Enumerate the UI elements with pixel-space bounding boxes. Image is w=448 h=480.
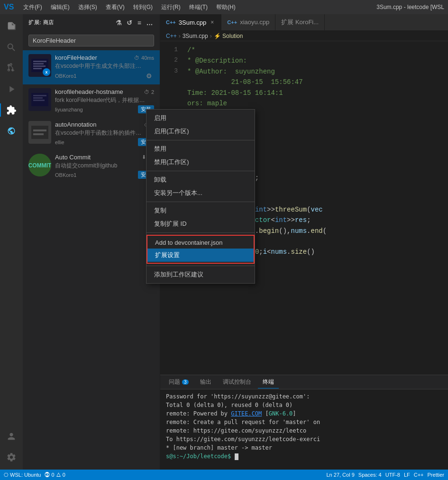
extension-thumb-auto xyxy=(28,121,51,144)
extension-author: OBKoro1 xyxy=(55,172,76,178)
tab-terminal[interactable]: 终端 xyxy=(258,376,279,388)
extension-thumb-koro2 xyxy=(28,88,51,111)
menu-run[interactable]: 运行(R) xyxy=(157,2,184,12)
tab-koro-ext[interactable]: 扩展 KoroFi... xyxy=(275,14,325,30)
context-menu-item-uninstall[interactable]: 卸载 xyxy=(146,173,255,186)
terminal-line-6: To https://gitee.com/suyunzzz/leetcode-e… xyxy=(166,435,442,443)
svg-rect-11 xyxy=(33,133,44,135)
extension-item-koro-file-header[interactable]: x koroFileHeader ⏱ 40ms 在vscode中用于生成文件头部… xyxy=(23,50,160,84)
status-indent[interactable]: Spaces: 4 xyxy=(358,472,382,478)
breadcrumb-file[interactable]: 3Sum.cpp xyxy=(183,33,208,39)
status-language[interactable]: C++ xyxy=(414,472,424,478)
sidebar-title: 扩展: 商店 xyxy=(28,19,54,26)
activity-bar-bottom xyxy=(3,428,20,466)
terminal-line-3: remote: Powered by GITEE.COM [GNK-6.0] xyxy=(166,409,442,418)
tab-output[interactable]: 输出 xyxy=(195,376,216,388)
tab-label: 3Sum.cpp xyxy=(179,19,207,26)
tab-problems[interactable]: 问题 3 xyxy=(164,376,193,388)
activity-bar xyxy=(0,14,23,470)
tab-xiaoyu[interactable]: C++ xiaoyu.cpp xyxy=(221,14,275,30)
extension-thumb-commit: COMMIT xyxy=(28,154,51,176)
context-menu-item-enable-workspace[interactable]: 启用(工作区) xyxy=(146,125,255,138)
svg-rect-6 xyxy=(33,95,46,96)
status-remote[interactable]: ⎔ WSL: Ubuntu xyxy=(4,472,41,478)
svg-text:COMMIT: COMMIT xyxy=(28,162,51,169)
status-formatter[interactable]: Prettier xyxy=(428,472,444,478)
tab-debug-console[interactable]: 调试控制台 xyxy=(218,376,256,388)
context-menu-item-disable[interactable]: 禁用 xyxy=(146,142,255,156)
svg-rect-7 xyxy=(33,97,43,99)
terminal-line-4: remote: Create a pull request for 'maste… xyxy=(166,418,442,426)
status-eol[interactable]: LF xyxy=(404,472,410,478)
main-layout: 扩展: 商店 ⚗ ↺ ≡ … xyxy=(0,14,448,470)
more-actions-icon[interactable]: … xyxy=(146,18,155,28)
extension-search-input[interactable] xyxy=(28,35,154,46)
context-menu-item-copy[interactable]: 复制 xyxy=(146,204,255,217)
menu-file[interactable]: 文件(F) xyxy=(19,2,46,12)
breadcrumb-lang: C++ xyxy=(166,33,177,39)
svg-rect-8 xyxy=(33,100,45,101)
title-bar-left: VS 文件(F) 编辑(E) 选择(S) 查看(V) 转到(G) 运行(R) 终… xyxy=(4,2,239,12)
extension-item-koro-hostname[interactable]: korofileheader-hostname ⏱ 2 fork koroFil… xyxy=(23,84,160,117)
more-views-icon[interactable]: ≡ xyxy=(137,18,143,28)
menu-terminal[interactable]: 终端(T) xyxy=(185,2,211,12)
context-menu-item-copy-id[interactable]: 复制扩展 ID xyxy=(146,217,255,231)
sidebar-header-actions: ⚗ ↺ ≡ … xyxy=(115,18,154,28)
extension-name: korofileheader-hostname xyxy=(55,88,123,95)
filter-icon[interactable]: ⚗ xyxy=(115,18,123,28)
code-line-5: Time: 2021-08-15 16:14:1 xyxy=(187,88,448,98)
svg-rect-2 xyxy=(33,63,44,65)
accounts-icon[interactable] xyxy=(3,428,20,445)
menu-select[interactable]: 选择(S) xyxy=(74,2,101,12)
terminal-cursor xyxy=(235,453,238,460)
menu-help[interactable]: 帮助(H) xyxy=(212,2,239,12)
menu-edit[interactable]: 编辑(E) xyxy=(47,2,73,12)
code-line-4: 21-08-15 15:56:47 xyxy=(187,77,448,87)
context-menu-separator-3 xyxy=(146,202,255,202)
context-menu-item-add-workspace[interactable]: 添加到工作区建议 xyxy=(146,268,255,281)
gitee-link[interactable]: GITEE.COM xyxy=(231,410,262,417)
extension-info-hostname: korofileheader-hostname ⏱ 2 fork koroFil… xyxy=(55,88,154,113)
context-menu-item-ext-settings[interactable]: 扩展设置 xyxy=(147,249,254,262)
remote-icon[interactable] xyxy=(3,122,20,139)
tab-label-3: 扩展 KoroFi... xyxy=(281,18,319,27)
breadcrumb-sep-1: › xyxy=(179,33,181,39)
context-menu-separator-2 xyxy=(146,171,255,171)
svg-rect-3 xyxy=(33,65,46,67)
run-debug-icon[interactable] xyxy=(3,81,20,98)
search-activity-icon[interactable] xyxy=(3,39,20,56)
status-encoding[interactable]: UTF-8 xyxy=(385,472,400,478)
extension-info-auto: autoAnnotation ⏱ 0 在vscode中用于函数注释的插件！目前仅… xyxy=(55,121,154,146)
context-menu-item-add-devcontainer[interactable]: Add to devcontainer.json xyxy=(147,237,254,249)
status-errors[interactable]: ⓷ 0 △ 0 xyxy=(45,472,65,478)
refresh-icon[interactable]: ↺ xyxy=(126,18,134,28)
line-num: 2 xyxy=(160,55,178,66)
status-bar-right: Ln 27, Col 9 Spaces: 4 UTF-8 LF C++ Pret… xyxy=(326,472,444,478)
line-num: 3 xyxy=(160,66,178,77)
context-menu-item-enable[interactable]: 启用 xyxy=(146,111,255,125)
terminal-prompt-line: s@s:~/Job/leetcode$ xyxy=(166,452,442,461)
menu-bar: 文件(F) 编辑(E) 选择(S) 查看(V) 转到(G) 运行(R) 终端(T… xyxy=(19,2,239,12)
tab-3sum[interactable]: C++ 3Sum.cpp × xyxy=(160,14,221,30)
extension-name: Auto Commit xyxy=(55,154,91,161)
tab-close-icon[interactable]: × xyxy=(209,18,215,26)
menu-view[interactable]: 查看(V) xyxy=(102,2,128,12)
source-control-icon[interactable] xyxy=(3,60,20,77)
extension-author: OBKoro1 xyxy=(55,73,76,79)
extension-item-auto-annotation[interactable]: autoAnnotation ⏱ 0 在vscode中用于函数注释的插件！目前仅… xyxy=(23,117,160,150)
extension-settings-gear-icon[interactable]: ⚙ xyxy=(144,71,154,81)
status-position[interactable]: Ln 27, Col 9 xyxy=(326,472,354,478)
svg-rect-9 xyxy=(31,126,48,139)
extensions-activity-icon[interactable] xyxy=(3,102,20,119)
files-icon[interactable] xyxy=(3,18,20,35)
menu-goto[interactable]: 转到(G) xyxy=(129,2,156,12)
extension-author: ellie xyxy=(55,139,64,145)
context-menu-item-install-another[interactable]: 安装另一个版本... xyxy=(146,186,255,200)
context-menu-item-disable-workspace[interactable]: 禁用(工作区) xyxy=(146,156,255,169)
breadcrumb-symbol[interactable]: ⚡ Solution xyxy=(214,33,243,39)
terminal-tabs-bar: 问题 3 输出 调试控制台 终端 xyxy=(160,375,448,389)
terminal-line-1: Password for 'https://suyunzzz@gitee.com… xyxy=(166,392,442,401)
terminal-line-7: * [new branch] master -> master xyxy=(166,443,442,452)
extension-item-auto-commit[interactable]: COMMIT Auto Commit ⬇ 4K 自动提交commit到githu… xyxy=(23,150,160,183)
manage-icon[interactable] xyxy=(3,449,20,466)
